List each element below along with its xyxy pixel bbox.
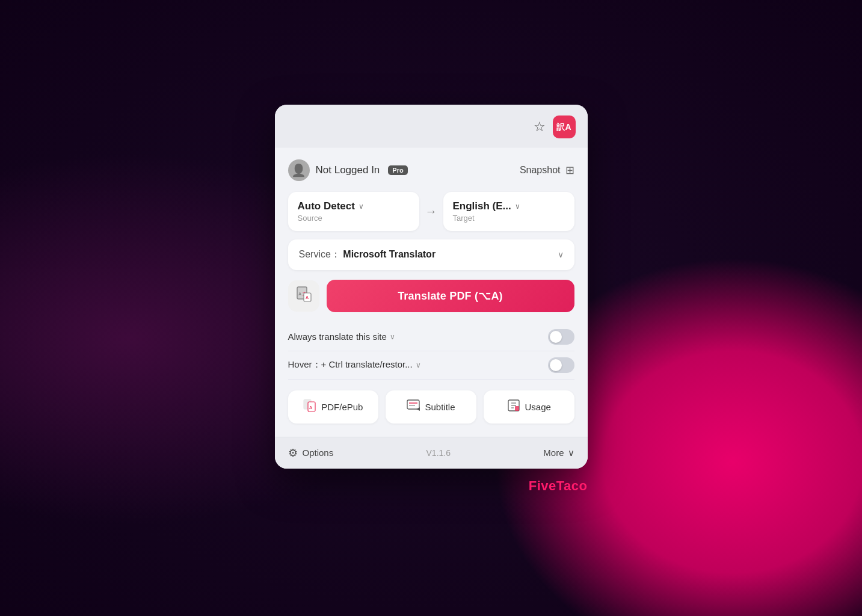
direction-arrow-icon: → — [425, 205, 437, 218]
hover-translate-chevron: ∨ — [416, 361, 421, 369]
browser-bar: ☆ 訳A — [275, 105, 588, 147]
hover-translate-row: Hover：+ Ctrl translate/restor... ∨ — [288, 351, 574, 380]
translate-extension-icon[interactable]: 訳A — [553, 116, 576, 138]
svg-rect-9 — [407, 400, 419, 409]
pdf-epub-button[interactable]: A PDF/ePub — [288, 390, 379, 424]
not-logged-in-label: Not Logged In — [316, 164, 380, 176]
snapshot-icon: ⊞ — [565, 164, 574, 177]
translate-icon-label: 訳A — [556, 123, 571, 131]
svg-text:A: A — [309, 405, 312, 410]
always-translate-toggle[interactable] — [548, 329, 574, 345]
source-lang-name: Auto Detect — [298, 200, 355, 212]
branding-text: FiveTaco — [529, 478, 588, 493]
more-chevron-icon: ∨ — [568, 448, 574, 458]
always-translate-text: Always translate this site — [288, 331, 387, 342]
translate-row: A 文 A Translate PDF (⌥A) — [288, 280, 574, 312]
svg-marker-12 — [416, 407, 420, 411]
target-lang-chevron: ∨ — [515, 202, 520, 211]
source-lang-inner: Auto Detect ∨ — [298, 200, 410, 212]
always-translate-label: Always translate this site ∨ — [288, 331, 395, 342]
bottom-icons-row: A PDF/ePub Subtitle — [288, 390, 574, 424]
hover-translate-toggle[interactable] — [548, 357, 574, 373]
target-lang-inner: English (E... ∨ — [453, 200, 565, 212]
snapshot-label: Snapshot — [520, 165, 561, 176]
options-gear-icon: ⚙ — [288, 446, 298, 460]
svg-text:A: A — [298, 292, 301, 296]
pdf-epub-icon: A — [303, 399, 316, 415]
options-button[interactable]: ⚙ Options — [288, 446, 334, 460]
user-section: Not Logged In Pro — [288, 159, 408, 181]
popup-container: ☆ 訳A Not Logged In Pro Snapshot ⊞ — [275, 105, 588, 469]
subtitle-label: Subtitle — [425, 402, 455, 412]
subtitle-button[interactable]: Subtitle — [386, 390, 476, 424]
source-lang-label: Source — [298, 214, 322, 223]
popup-wrapper: ☆ 訳A Not Logged In Pro Snapshot ⊞ — [275, 105, 588, 494]
usage-icon — [507, 399, 520, 415]
usage-button[interactable]: Usage — [484, 390, 574, 424]
more-button[interactable]: More ∨ — [543, 448, 574, 458]
service-name: Microsoft Translator — [343, 249, 436, 259]
header-row: Not Logged In Pro Snapshot ⊞ — [288, 159, 574, 181]
snapshot-button[interactable]: Snapshot ⊞ — [520, 164, 574, 177]
service-prefix: Service： — [299, 249, 340, 259]
pdf-icon-button[interactable]: A 文 A — [288, 280, 319, 312]
options-label: Options — [303, 448, 334, 458]
source-lang-chevron: ∨ — [359, 202, 364, 211]
svg-rect-17 — [515, 406, 519, 411]
star-icon[interactable]: ☆ — [534, 119, 546, 135]
usage-label: Usage — [525, 402, 551, 412]
version-label: V1.1.6 — [426, 448, 451, 458]
always-translate-chevron: ∨ — [390, 333, 395, 341]
language-selector-row: Auto Detect ∨ Source → English (E... ∨ T… — [288, 192, 574, 231]
service-chevron-icon: ∨ — [558, 250, 564, 259]
source-language-button[interactable]: Auto Detect ∨ Source — [288, 192, 419, 231]
branding-section: FiveTaco — [275, 478, 588, 494]
footer: ⚙ Options V1.1.6 More ∨ — [275, 437, 588, 469]
target-lang-name: English (E... — [453, 200, 511, 212]
pdf-epub-label: PDF/ePub — [321, 402, 363, 412]
service-selector[interactable]: Service： Microsoft Translator ∨ — [288, 239, 574, 270]
translate-pdf-button[interactable]: Translate PDF (⌥A) — [327, 280, 574, 312]
svg-text:A: A — [306, 295, 309, 300]
service-label-group: Service： Microsoft Translator — [299, 248, 436, 261]
subtitle-icon — [407, 399, 420, 415]
target-language-button[interactable]: English (E... ∨ Target — [443, 192, 574, 231]
pro-badge: Pro — [388, 165, 407, 175]
always-translate-row: Always translate this site ∨ — [288, 323, 574, 351]
popup-content: Not Logged In Pro Snapshot ⊞ Auto Detect… — [275, 147, 588, 437]
hover-translate-label: Hover：+ Ctrl translate/restor... ∨ — [288, 359, 421, 371]
avatar — [288, 159, 310, 181]
pdf-icon: A 文 A — [295, 286, 312, 306]
more-label: More — [543, 448, 564, 458]
hover-translate-text: Hover：+ Ctrl translate/restor... — [288, 359, 413, 371]
target-lang-label: Target — [453, 214, 475, 223]
